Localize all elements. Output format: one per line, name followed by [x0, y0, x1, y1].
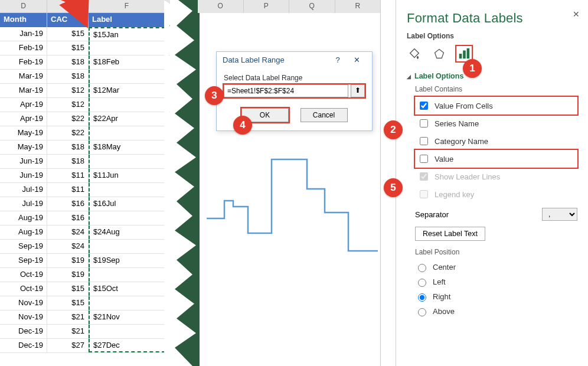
cell-label[interactable]: [89, 268, 165, 282]
position-left-radio[interactable]: Left: [415, 274, 577, 289]
cell-label[interactable]: [89, 126, 165, 140]
cell-month[interactable]: Jun-19: [0, 169, 47, 182]
cell-label[interactable]: [89, 98, 165, 112]
value-from-cells-checkbox[interactable]: Value From Cells: [415, 97, 577, 115]
table-row[interactable]: Mar-19$18: [0, 70, 170, 84]
position-center-radio[interactable]: Center: [415, 260, 577, 274]
label-options-section[interactable]: Label Options: [407, 72, 577, 80]
cancel-button[interactable]: Cancel: [300, 108, 348, 122]
table-row[interactable]: Mar-19$12$12Mar: [0, 84, 170, 98]
cell-cac[interactable]: $15: [47, 296, 89, 310]
cell-cac[interactable]: $11: [47, 183, 89, 197]
pane-close-button[interactable]: ✕: [573, 9, 580, 19]
dialog-help-button[interactable]: ?: [328, 55, 347, 64]
cell-cac[interactable]: $24: [47, 226, 89, 239]
col-header-Q[interactable]: Q: [289, 0, 335, 13]
cell-month[interactable]: May-19: [0, 126, 47, 140]
cell-label[interactable]: [89, 211, 165, 225]
value-from-cells-input[interactable]: [420, 102, 428, 110]
cell-cac[interactable]: $19: [47, 268, 89, 282]
table-row[interactable]: Jun-19$11$11Jun: [0, 169, 170, 183]
cell-month[interactable]: Jan-19: [0, 27, 47, 41]
cell-cac[interactable]: $22: [47, 126, 89, 140]
table-row[interactable]: Feb-19$15: [0, 41, 170, 55]
cell-cac[interactable]: $27: [47, 339, 89, 352]
table-row[interactable]: Oct-19$19: [0, 268, 170, 282]
cell-label[interactable]: [89, 240, 165, 253]
table-row[interactable]: Jun-19$18: [0, 155, 170, 169]
cell-cac[interactable]: $15: [47, 282, 89, 296]
cell-cac[interactable]: $12: [47, 84, 89, 97]
cell-month[interactable]: Mar-19: [0, 70, 47, 83]
cell-month[interactable]: Apr-19: [0, 98, 47, 112]
col-header-O[interactable]: O: [198, 0, 244, 13]
table-row[interactable]: Dec-19$21: [0, 325, 170, 339]
table-row[interactable]: Sep-19$19$19Sep: [0, 254, 170, 268]
range-input[interactable]: [224, 84, 348, 97]
table-row[interactable]: Apr-19$12: [0, 98, 170, 112]
cell-label[interactable]: [89, 325, 165, 338]
table-row[interactable]: Jul-19$16$16Jul: [0, 197, 170, 211]
cell-month[interactable]: Sep-19: [0, 240, 47, 253]
range-picker-button[interactable]: ⬆: [351, 84, 365, 97]
cell-label[interactable]: $22Apr: [89, 112, 165, 126]
cell-cac[interactable]: $21: [47, 311, 89, 324]
effects-icon[interactable]: [432, 46, 447, 61]
position-above-radio[interactable]: Above: [415, 304, 577, 319]
cell-label[interactable]: $18Feb: [89, 55, 165, 69]
cell-cac[interactable]: $19: [47, 254, 89, 267]
cell-label[interactable]: $11Jun: [89, 169, 165, 182]
cell-month[interactable]: Mar-19: [0, 84, 47, 97]
cell-label[interactable]: [89, 155, 165, 168]
position-right-radio[interactable]: Right: [415, 289, 577, 304]
category-name-checkbox[interactable]: Category Name: [415, 132, 577, 150]
cell-label[interactable]: [89, 296, 165, 310]
header-month[interactable]: Month: [0, 13, 47, 27]
cell-month[interactable]: Aug-19: [0, 226, 47, 239]
cell-cac[interactable]: $18: [47, 140, 89, 154]
cell-cac[interactable]: $24: [47, 240, 89, 253]
table-row[interactable]: Jul-19$11: [0, 183, 170, 197]
cell-month[interactable]: May-19: [0, 140, 47, 154]
cell-label[interactable]: [89, 41, 165, 55]
cell-cac[interactable]: $18: [47, 55, 89, 69]
table-row[interactable]: Oct-19$15$15Oct: [0, 282, 170, 296]
cell-month[interactable]: Jun-19: [0, 155, 47, 168]
cell-cac[interactable]: $12: [47, 98, 89, 112]
cell-cac[interactable]: $16: [47, 211, 89, 225]
dialog-titlebar[interactable]: Data Label Range ? ✕: [217, 52, 372, 68]
series-name-checkbox[interactable]: Series Name: [415, 115, 577, 132]
col-header-F[interactable]: F: [89, 0, 165, 12]
cell-cac[interactable]: $21: [47, 325, 89, 338]
cell-label[interactable]: $16Jul: [89, 197, 165, 211]
col-header-D[interactable]: D: [0, 0, 47, 12]
col-header-R[interactable]: R: [335, 0, 381, 13]
value-input[interactable]: [420, 155, 428, 163]
cell-cac[interactable]: $18: [47, 155, 89, 168]
cell-month[interactable]: Dec-19: [0, 325, 47, 338]
cell-month[interactable]: Sep-19: [0, 254, 47, 267]
cell-label[interactable]: $12Mar: [89, 84, 165, 97]
cell-label[interactable]: $21Nov: [89, 311, 165, 324]
cell-month[interactable]: Dec-19: [0, 339, 47, 352]
cell-label[interactable]: $19Sep: [89, 254, 165, 267]
dialog-close-button[interactable]: ✕: [347, 55, 366, 64]
cell-month[interactable]: Aug-19: [0, 211, 47, 225]
table-row[interactable]: Nov-19$21$21Nov: [0, 311, 170, 325]
table-row[interactable]: Aug-19$24$24Aug: [0, 226, 170, 240]
cell-label[interactable]: $18May: [89, 140, 165, 154]
header-label[interactable]: Label: [89, 13, 165, 27]
cell-cac[interactable]: $15: [47, 41, 89, 55]
cell-month[interactable]: Oct-19: [0, 282, 47, 296]
cell-month[interactable]: Apr-19: [0, 112, 47, 126]
cell-cac[interactable]: $16: [47, 197, 89, 211]
cell-label[interactable]: $24Aug: [89, 226, 165, 239]
reset-label-text-button[interactable]: Reset Label Text: [415, 227, 485, 241]
cell-label[interactable]: [89, 70, 165, 83]
cell-month[interactable]: Feb-19: [0, 55, 47, 69]
table-row[interactable]: Aug-19$16: [0, 211, 170, 226]
cell-cac[interactable]: $18: [47, 70, 89, 83]
table-row[interactable]: May-19$18$18May: [0, 140, 170, 155]
table-row[interactable]: Sep-19$24: [0, 240, 170, 254]
series-name-input[interactable]: [420, 119, 428, 128]
